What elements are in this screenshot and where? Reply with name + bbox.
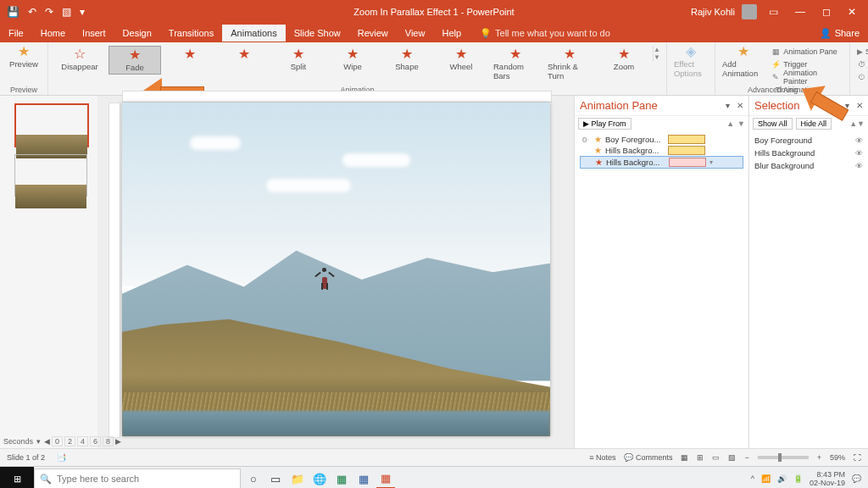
start-row[interactable]: ▶Start:With Previous [857,45,868,58]
pane-close-icon[interactable]: ✕ [737,101,743,110]
animation-pane-button[interactable]: ▦Animation Pane [771,45,843,58]
tray-wifi-icon[interactable]: 📶 [761,474,771,483]
selection-pane-title: Selection [754,99,799,112]
thumb-1[interactable]: 1* [4,103,93,147]
tab-transitions[interactable]: Transitions [160,25,222,42]
tab-animations[interactable]: Animations [222,25,285,42]
sel-item-0[interactable]: Boy Foreground👁 [749,134,868,147]
gallery-more-icon[interactable]: ▲▼ [653,46,660,61]
taskbar-search[interactable]: 🔍 Type here to search [34,469,241,488]
tray-date[interactable]: 02-Nov-19 [810,479,845,487]
view-slideshow-icon[interactable]: ▧ [728,453,736,462]
animation-gallery[interactable]: ☆Disappear ★Fade ★ ★ ★Split ★Wipe ★Shape… [52,43,663,86]
anim-shape[interactable]: ★Shape [381,46,432,73]
qat-more-icon[interactable]: ▾ [80,6,85,18]
animation-painter-button[interactable]: ✎Animation Painter [771,70,843,83]
reorder-down-icon[interactable]: ▼ [737,119,745,128]
close-icon[interactable]: ✕ [843,6,861,18]
tab-home[interactable]: Home [32,25,74,42]
mountains-layer [122,236,550,436]
ruler-horizontal [122,91,552,103]
zoom-level[interactable]: 59% [830,453,845,462]
anim-random-bars[interactable]: ★Random Bars [490,46,541,82]
sel-item-2[interactable]: Blur Background👁 [749,159,868,172]
thumb-2[interactable]: 2* [4,154,93,197]
anim-item[interactable]: ★ [219,46,270,73]
zoom-in-icon[interactable]: + [817,453,821,462]
tab-view[interactable]: View [397,25,434,42]
tab-file[interactable]: File [0,25,32,42]
zoom-slider[interactable] [758,456,809,459]
anim-fade[interactable]: ★Fade [108,46,161,75]
tab-insert[interactable]: Insert [74,25,114,42]
tray-time[interactable]: 8:43 PM [810,470,845,479]
eye-icon[interactable]: 👁 [855,149,863,158]
anim-wheel[interactable]: ★Wheel [436,46,487,73]
share-button[interactable]: 👤 Share [811,25,868,42]
tray-battery-icon[interactable]: 🔋 [793,474,803,483]
cortana-icon[interactable]: ○ [244,469,263,488]
delay-row[interactable]: ⏲Delay: [857,70,868,83]
effect-options-button: ◈Effect Options [670,43,711,80]
start-slideshow-icon[interactable]: ▧ [62,6,71,18]
view-normal-icon[interactable]: ▦ [681,453,688,462]
show-all-button[interactable]: Show All [753,118,793,130]
anim-item-0[interactable]: 0★Boy Foregrou... [580,134,743,145]
slide-canvas[interactable] [97,96,574,448]
excel-icon[interactable]: ▦ [332,469,351,488]
slide-thumbnails[interactable]: 1* 2* [0,96,97,448]
hide-all-button[interactable]: Hide All [796,118,832,130]
anim-split[interactable]: ★Split [273,46,324,73]
powerpoint-icon[interactable]: ▦ [376,469,395,488]
comments-button[interactable]: 💬 Comments [624,453,672,462]
anim-shrink-turn[interactable]: ★Shrink & Turn [544,46,595,82]
user-avatar[interactable] [742,4,757,19]
tab-design[interactable]: Design [114,25,160,42]
notifications-icon[interactable]: 💬 [852,474,861,483]
ribbon-options-icon[interactable]: ▭ [764,6,783,18]
anim-item-1[interactable]: ★Hills Backgro... [580,145,743,156]
eye-icon[interactable]: 👁 [855,162,863,170]
save-icon[interactable]: 💾 [7,6,19,18]
pane-options-icon[interactable]: ▾ [726,101,730,110]
play-from-button[interactable]: ▶ Play From [578,118,632,130]
sel-close-icon[interactable]: ✕ [856,101,863,110]
user-name[interactable]: Rajiv Kohli [691,7,735,17]
tell-me-search[interactable]: 💡 Tell me what you want to do [480,28,610,39]
taskview-icon[interactable]: ▭ [266,469,285,488]
view-sorter-icon[interactable]: ⊞ [697,453,704,462]
anim-item-2[interactable]: ★Hills Backgro...▾ [580,156,743,169]
tab-help[interactable]: Help [433,25,470,42]
tab-slideshow[interactable]: Slide Show [286,25,349,42]
tray-sound-icon[interactable]: 🔊 [777,474,787,483]
timeline-scale[interactable]: ◀02468▶ [44,436,121,446]
sel-options-icon[interactable]: ▾ [845,101,849,110]
undo-icon[interactable]: ↶ [28,6,36,18]
slide[interactable] [122,103,550,436]
tab-review[interactable]: Review [349,25,397,42]
zoom-out-icon[interactable]: − [744,453,748,462]
minimize-icon[interactable]: — [790,6,810,18]
reorder-up-icon[interactable]: ▲ [726,119,734,128]
anim-zoom[interactable]: ★Zoom [598,46,649,73]
view-reading-icon[interactable]: ▭ [712,453,720,462]
chrome-icon[interactable]: 🌐 [310,469,329,488]
eye-icon[interactable]: 👁 [855,136,863,145]
notes-button[interactable]: ≡ Notes [589,453,615,462]
redo-icon[interactable]: ↷ [45,6,53,18]
sel-item-1[interactable]: Hills Background👁 [749,147,868,159]
explorer-icon[interactable]: 📁 [288,469,307,488]
add-animation-button[interactable]: ★Add Animation [719,43,767,80]
start-button[interactable]: ⊞ [0,467,34,488]
tray-up-icon[interactable]: ^ [751,474,754,483]
fit-window-icon[interactable]: ⛶ [854,453,861,462]
animation-pane-title: Animation Pane [580,99,658,112]
anim-disappear[interactable]: ☆Disappear [54,46,105,73]
duration-row[interactable]: ⏱Duration: [857,58,868,70]
maximize-icon[interactable]: ◻ [817,6,836,18]
anim-wipe[interactable]: ★Wipe [327,46,378,73]
spellcheck-icon[interactable]: 📑 [57,453,66,462]
word-icon[interactable]: ▦ [354,469,373,488]
preview-button[interactable]: ★Preview [6,43,42,70]
anim-item[interactable]: ★ [164,46,215,73]
